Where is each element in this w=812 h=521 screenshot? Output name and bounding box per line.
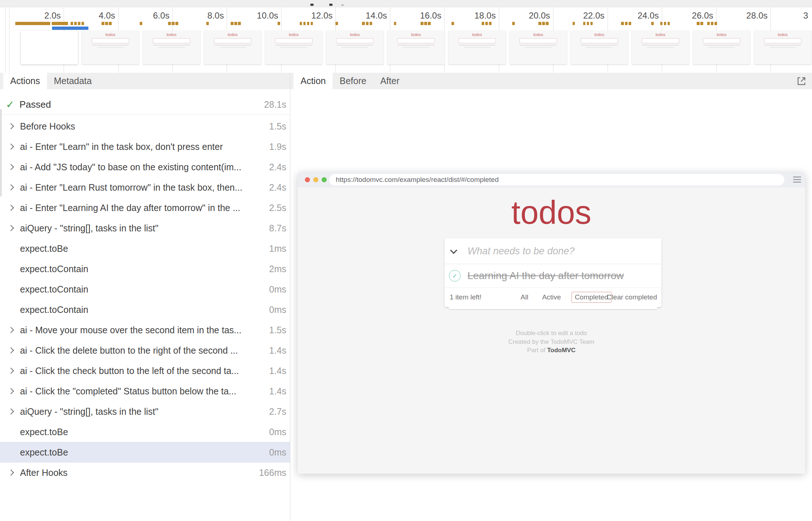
thumbnail-footer-sketch [708, 47, 735, 48]
thumbnail-todos-label: todos [326, 32, 383, 37]
thumbnail-footer-sketch [219, 47, 246, 48]
action-row[interactable]: aiQuery - "string[], tasks in the list"8… [0, 218, 290, 238]
tab-metadata[interactable]: Metadata [47, 73, 99, 89]
action-label: ai - Enter "Learn Rust tomorrow" in the … [20, 182, 269, 193]
filmstrip-thumbnail[interactable]: todos [510, 31, 567, 64]
thumbnail-footer-sketch [97, 47, 123, 48]
action-time-mark [660, 22, 663, 25]
tab-action[interactable]: Action [294, 73, 333, 89]
card-stack-effect [445, 306, 661, 309]
action-label: ai - Enter "Learning AI the day after to… [20, 203, 269, 213]
thumbnail-input-sketch [336, 38, 373, 43]
action-time-mark [512, 22, 515, 25]
action-row[interactable]: expect.toContain0ms [0, 299, 290, 320]
action-row[interactable]: expect.toBe1ms [0, 238, 290, 259]
action-label: expect.toContain [20, 264, 269, 274]
scrollbar-thumb[interactable] [0, 109, 2, 196]
action-row[interactable]: ai - Click the check button to the left … [0, 361, 290, 381]
open-external-icon[interactable] [796, 76, 807, 87]
timeline[interactable]: 2.0s4.0s6.0s8.0s10.0s12.0s14.0s16.0s18.0… [0, 7, 812, 73]
filmstrip-thumbnail[interactable]: todos [204, 31, 261, 64]
action-row[interactable]: ai - Add "JS today" to base on the exist… [0, 157, 290, 177]
chevron-right-icon[interactable] [8, 144, 14, 150]
clipped-title-fragment [329, 4, 333, 6]
actions-tab-bar: ActionsMetadata [0, 73, 290, 89]
chevron-right-icon[interactable] [8, 123, 14, 130]
action-time-mark [629, 22, 632, 25]
action-row[interactable]: ai - Move your mouse over the second ite… [0, 320, 290, 340]
action-time-mark [697, 22, 700, 25]
todo-footer: 1 item left! AllActiveCompleted Clear co… [445, 288, 661, 307]
footer-line: Created by the TodoMVC Team [298, 338, 805, 346]
tab-before[interactable]: Before [333, 73, 373, 89]
todo-page-footer: Double-click to edit a todo Created by t… [298, 329, 805, 355]
chevron-right-icon[interactable] [8, 347, 14, 354]
action-row[interactable]: expect.toBe0ms [0, 422, 290, 442]
action-time-mark [234, 22, 237, 25]
action-time-mark [71, 22, 73, 25]
action-duration: 0ms [269, 427, 286, 437]
thumbnail-footer-sketch [280, 47, 307, 48]
action-row[interactable]: ai - Enter "Learn" in the task box, don'… [0, 136, 290, 157]
chevron-right-icon[interactable] [8, 388, 14, 394]
filmstrip-thumbnail[interactable]: todos [265, 31, 322, 64]
action-label: ai - Move your mouse over the second ite… [20, 325, 269, 335]
chevron-right-icon[interactable] [8, 184, 14, 191]
action-time-mark [78, 22, 80, 25]
action-time-mark [15, 22, 50, 25]
chevron-right-icon[interactable] [8, 368, 14, 374]
filmstrip-thumbnail[interactable]: todos [449, 31, 506, 64]
thumbnail-input-sketch [153, 38, 190, 43]
snapshot-browser-window: https://todomvc.com/examples/react/dist/… [298, 172, 805, 474]
chevron-right-icon[interactable] [8, 470, 14, 476]
thumbnail-footer-sketch [342, 47, 368, 48]
tab-after[interactable]: After [373, 73, 406, 89]
action-time-mark [370, 22, 373, 25]
thumbnail-input-sketch [397, 38, 434, 43]
thumbnail-todos-label: todos [571, 32, 628, 37]
action-row[interactable]: aiQuery - "string[], tasks in the list"2… [0, 401, 290, 422]
action-row[interactable]: ai - Click the delete button to the righ… [0, 340, 290, 361]
todo-item-text: Learning AI the day after tomorrow [467, 264, 624, 287]
action-row[interactable]: ai - Click the "completed" Status button… [0, 381, 290, 401]
action-row[interactable]: ai - Enter "Learn Rust tomorrow" in the … [0, 177, 290, 198]
action-row[interactable]: After Hooks166ms [0, 462, 290, 483]
filmstrip-thumbnail[interactable]: todos [387, 31, 445, 64]
test-status-row[interactable]: ✓ Passed 28.1s [0, 95, 290, 115]
action-time-mark [700, 22, 703, 25]
filmstrip-thumbnail[interactable]: todos [326, 31, 383, 64]
action-row[interactable]: ai - Enter "Learning AI the day after to… [0, 198, 290, 218]
action-row[interactable]: Before Hooks1.5s [0, 116, 290, 136]
thumbnail-input-sketch [581, 38, 618, 43]
filmstrip-thumbnail[interactable]: todos [632, 31, 689, 64]
chevron-right-icon[interactable] [8, 409, 14, 415]
action-row[interactable]: expect.toContain2ms [0, 259, 290, 279]
action-row[interactable]: expect.toBe0ms [0, 442, 290, 462]
thumbnail-row-sketch [459, 45, 495, 45]
action-duration: 2.5s [269, 203, 286, 213]
filmstrip-thumbnail[interactable] [21, 31, 78, 64]
filmstrip-thumbnail[interactable]: todos [571, 31, 628, 64]
filmstrip-thumbnail[interactable]: todos [82, 31, 139, 64]
filmstrip-thumbnail[interactable]: todos [143, 31, 200, 64]
chevron-right-icon[interactable] [8, 327, 14, 333]
filmstrip-thumbnail[interactable]: todos [754, 31, 811, 64]
chevron-right-icon[interactable] [8, 164, 14, 170]
action-time-mark [651, 22, 654, 25]
action-label: expect.toBe [20, 243, 269, 254]
timeline-tick-label: 18.0s [456, 10, 496, 21]
action-time-mark [451, 22, 454, 25]
chevron-right-icon[interactable] [8, 205, 14, 211]
filter-all: All [517, 292, 532, 303]
action-time-mark [168, 22, 171, 25]
action-row[interactable]: expect.toContain0ms [0, 279, 290, 299]
timeline-tick-label: 22.0s [565, 10, 605, 21]
chevron-right-icon[interactable] [8, 225, 14, 231]
thumbnail-todos-label: todos [693, 32, 750, 37]
clipped-title-fragment [310, 4, 314, 6]
filmstrip-thumbnail[interactable]: todos [693, 31, 750, 64]
action-label: expect.toBe [20, 427, 269, 437]
action-label: ai - Click the check button to the left … [20, 366, 269, 376]
browser-chrome: https://todomvc.com/examples/react/dist/… [298, 172, 805, 187]
tab-actions[interactable]: Actions [3, 73, 47, 89]
